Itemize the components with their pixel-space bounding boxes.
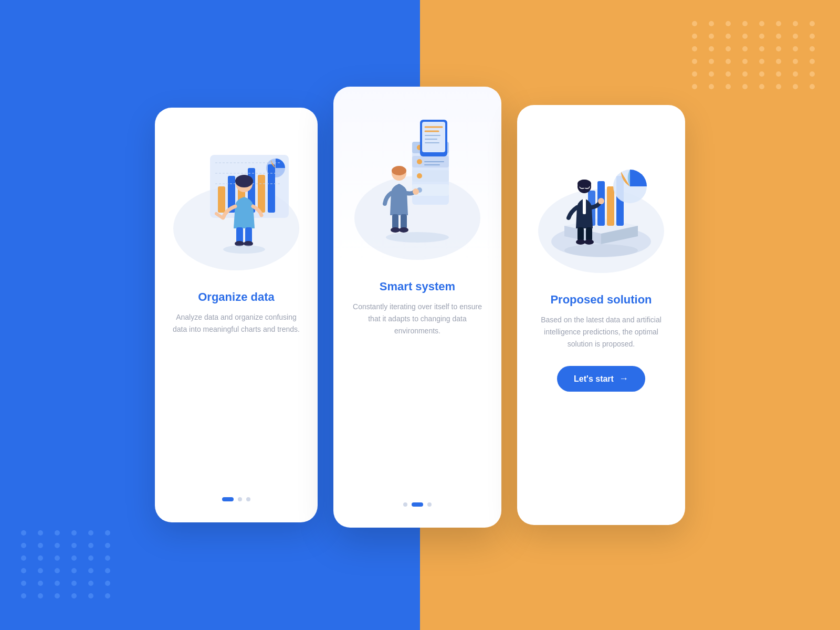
svg-point-26 — [417, 173, 422, 178]
card-3-illustration — [517, 105, 685, 289]
scene: Organize data Analyze data and organize … — [0, 0, 840, 630]
svg-point-59 — [598, 198, 604, 204]
svg-point-62 — [576, 239, 585, 245]
card-proposed-solution: Proposed solution Based on the latest da… — [517, 105, 685, 525]
svg-point-25 — [417, 159, 422, 164]
card-1-description: Analyze data and organize confusing data… — [155, 311, 318, 335]
svg-point-64 — [564, 244, 638, 257]
svg-rect-5 — [258, 175, 265, 213]
card-2-title: Smart system — [369, 280, 466, 293]
svg-point-63 — [584, 239, 594, 245]
man-platform-icon — [538, 129, 664, 265]
card-smart-system: Smart system Constantly iterating over i… — [333, 87, 501, 528]
svg-rect-50 — [607, 186, 614, 226]
svg-point-57 — [578, 180, 591, 188]
card-1-illustration — [155, 108, 318, 286]
pag-dot-2 — [238, 497, 242, 501]
svg-rect-13 — [236, 227, 243, 243]
svg-point-40 — [392, 166, 406, 175]
svg-rect-61 — [586, 227, 592, 241]
svg-point-46 — [386, 232, 449, 243]
pag-dot-3 — [427, 502, 432, 507]
pag-dot-active — [222, 497, 234, 501]
pag-dot-1 — [403, 502, 407, 507]
svg-rect-58 — [583, 198, 586, 214]
card-3-title: Proposed solution — [540, 293, 662, 307]
btn-start-label: Let's start — [574, 374, 614, 384]
svg-rect-43 — [401, 214, 407, 229]
card-1-content: Organize data Analyze data and organize … — [155, 286, 318, 501]
pag-dot-3 — [246, 497, 250, 501]
card-3-content: Proposed solution Based on the latest da… — [517, 289, 685, 504]
pag-dot-active — [412, 502, 423, 507]
woman-chart-icon — [168, 129, 304, 265]
svg-point-12 — [235, 175, 253, 187]
card-organize-data: Organize data Analyze data and organize … — [155, 108, 318, 522]
card-2-description: Constantly iterating over itself to ensu… — [333, 301, 501, 337]
svg-point-44 — [391, 227, 400, 233]
svg-rect-14 — [245, 227, 252, 243]
svg-point-41 — [413, 188, 419, 195]
card-2-content: Smart system Constantly iterating over i… — [333, 276, 501, 507]
man-server-icon — [365, 110, 470, 252]
btn-start-arrow: → — [619, 373, 628, 384]
lets-start-button[interactable]: Let's start → — [557, 366, 645, 392]
card-2-pagination — [403, 487, 432, 507]
svg-point-18 — [223, 245, 265, 254]
svg-rect-1 — [218, 186, 225, 213]
svg-point-45 — [399, 227, 408, 233]
svg-rect-42 — [392, 214, 398, 229]
card-3-description: Based on the latest data and artificial … — [517, 314, 685, 350]
card-1-pagination — [222, 481, 250, 501]
card-1-title: Organize data — [187, 290, 285, 304]
svg-rect-60 — [578, 227, 584, 241]
card-2-illustration — [333, 87, 501, 276]
cards-wrapper: Organize data Analyze data and organize … — [155, 102, 685, 528]
